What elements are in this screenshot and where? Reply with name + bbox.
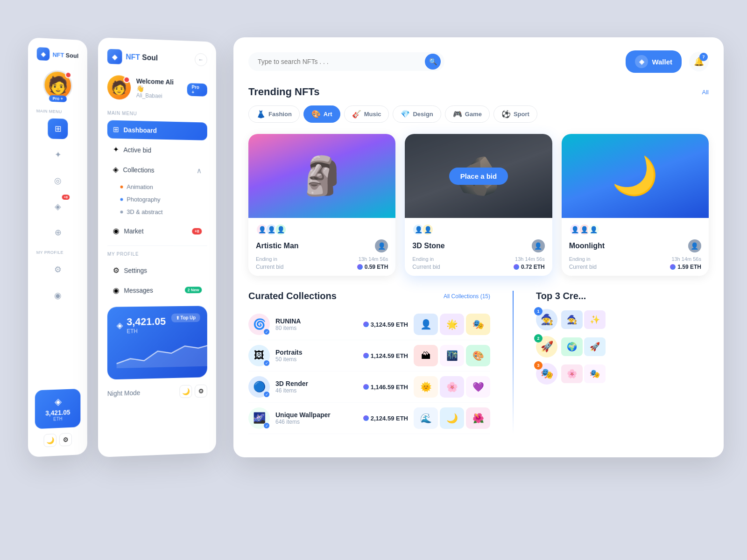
sub-label-animation: Animation <box>127 183 153 191</box>
rank-badge-3: 3 <box>534 361 543 370</box>
collection-wallpaper[interactable]: 🌌 ✓ Unique Wallpaper 646 items 2,124.59 … <box>248 403 490 434</box>
wide-night-mode-row: Night Mode 🌙 ⚙ <box>107 385 207 400</box>
nft-card-moonlight: 🌙 👤 👤 👤 Moonlight 👤 Ending in 13h 14m 56… <box>562 134 709 276</box>
narrow-nav-bid[interactable]: ✦ <box>48 144 68 165</box>
coll-thumb-w3: 🌺 <box>466 407 490 429</box>
wallet-btn-label: Wallet <box>652 58 672 66</box>
nft-card-3d-stone: 🪨 Place a bid 👤 👤 3D Stone 👤 Ending in 1 <box>405 134 552 276</box>
wide-sub-3d[interactable]: 3D & abstract <box>120 205 207 218</box>
price-dot-runina <box>363 322 369 327</box>
coll-thumbs-runina: 👤 🌟 🎭 <box>414 314 490 335</box>
narrow-moon-toggle[interactable]: 🌙 <box>44 434 56 447</box>
creator-avatars-3: 👤 👤 👤 <box>569 224 701 236</box>
search-input[interactable] <box>248 52 444 71</box>
cat-design[interactable]: 💎 Design <box>393 105 441 123</box>
wide-gear-btn[interactable]: ⚙ <box>195 385 207 398</box>
coll-thumb-3d3: 💜 <box>466 376 490 398</box>
creator-wrap-2: 🚀 2 <box>536 336 557 357</box>
narrow-settings-icon[interactable]: ⚙ <box>48 259 68 280</box>
wide-sub-photography[interactable]: Photography <box>120 193 207 206</box>
narrow-nav-market[interactable]: ◈ +8 <box>48 196 68 217</box>
bid-value-3: 1.59 ETH <box>670 264 701 270</box>
coll-thumb-r3: 🎭 <box>466 314 490 335</box>
wide-messages[interactable]: ◉ Messages 2 New <box>107 281 207 300</box>
art-label: Art <box>324 111 332 118</box>
nft-card-artistic-man: 🗿 👤 👤 👤 Artistic Man 👤 Ending in 13h 14m… <box>248 134 395 276</box>
narrow-nav-extra[interactable]: ⊕ <box>48 222 68 243</box>
verified-badge-3d: ✓ <box>263 391 270 398</box>
collection-3d-render[interactable]: 🔵 ✓ 3D Render 46 items 1,146.59 ETH 🌞 🌸 … <box>248 371 490 403</box>
cat-sport[interactable]: ⚽ Sport <box>493 105 537 123</box>
narrow-gear-toggle[interactable]: ⚙ <box>59 433 72 447</box>
notification-button[interactable]: 🔔 7 <box>689 52 709 71</box>
mini-thumb-1b: ✨ <box>584 310 606 329</box>
creator-wrap-3: 🎭 3 <box>536 363 557 385</box>
top-creator-1: 🧙 1 🧙 ✨ <box>536 309 709 330</box>
coll-thumb-3d2: 🌸 <box>440 376 464 398</box>
wide-nav-active-bid[interactable]: ✦ Active bid <box>107 140 207 160</box>
nft-name-1: Artistic Man <box>256 242 299 250</box>
coll-name-portraits: Portraits <box>275 349 303 356</box>
wide-moon-btn[interactable]: 🌙 <box>179 385 192 398</box>
bid-label-3: Current bid <box>569 264 597 270</box>
narrow-profile-icons: ⚙ ◉ <box>33 259 83 306</box>
wide-settings-label: Settings <box>124 266 147 274</box>
coll-name-wallpaper: Unique Wallpaper <box>275 411 331 419</box>
search-button[interactable]: 🔍 <box>425 54 441 70</box>
wide-nav-dashboard[interactable]: ⊞ Dashboard <box>107 120 207 140</box>
bid-value-1: 0.59 ETH <box>357 264 388 270</box>
price-dot-3d <box>363 384 369 390</box>
bid-value-2: 0.72 ETH <box>514 264 545 270</box>
bid-label-2: Current bid <box>412 264 440 270</box>
coll-avatar-portraits: 🖼 ✓ <box>248 345 270 366</box>
notif-badge: 7 <box>699 53 708 61</box>
wide-sub-animation[interactable]: Animation <box>120 181 207 194</box>
cat-game[interactable]: 🎮 Game <box>445 105 490 123</box>
place-bid-button[interactable]: Place a bid <box>449 168 508 185</box>
eth-dot-3 <box>670 264 676 270</box>
main-content: 🔍 ◈ Wallet 🔔 7 Trending NFTs All 👗 Fashi… <box>233 37 724 457</box>
coll-name-runina: RUNINA <box>275 317 301 325</box>
music-label: Music <box>364 111 381 118</box>
collection-portraits[interactable]: 🖼 ✓ Portraits 50 items 1,124.59 ETH 🏔 🌃 … <box>248 340 490 371</box>
mini-thumb-2b: 🚀 <box>584 337 606 356</box>
narrow-nav-collections[interactable]: ◎ <box>48 170 68 191</box>
coll-thumb-w1: 🌊 <box>414 407 438 429</box>
wide-logo-row: ◆ NFT Soul ← <box>107 49 207 67</box>
sub-dot-photography <box>120 198 123 201</box>
coll-avatar-runina: 🌀 ✓ <box>248 314 270 335</box>
narrow-sidebar: ◆ NFT Soul 🧑 Pro + Main Menu ⊞ ✦ ◎ ◈ +8 … <box>28 37 87 457</box>
wide-topup-btn[interactable]: ⬆ Top Up <box>171 313 200 322</box>
cat-music[interactable]: 🎸 Music <box>344 105 389 123</box>
creator-av-5: 👤 <box>422 224 434 236</box>
nft-bid-3: Current bid 1.59 ETH <box>569 264 701 270</box>
narrow-profile-icon[interactable]: ◉ <box>48 285 68 306</box>
creator-av-3: 👤 <box>275 224 287 236</box>
see-all-trending[interactable]: All <box>702 89 709 96</box>
nft-card-image-1: 🗿 <box>248 134 395 218</box>
verified-badge-wallpaper: ✓ <box>263 422 270 429</box>
wide-back-btn[interactable]: ← <box>195 53 207 66</box>
narrow-nav-dashboard[interactable]: ⊞ <box>48 118 68 139</box>
collection-runina[interactable]: 🌀 ✓ RUNINA 80 items 3,124.59 ETH 👤 🌟 🎭 <box>248 309 490 340</box>
game-icon: 🎮 <box>453 110 462 119</box>
art-figure-1: 🗿 <box>248 134 395 218</box>
sub-dot-animation <box>120 185 123 188</box>
wide-settings[interactable]: ⚙ Settings <box>107 261 207 279</box>
coll-info-3d: 3D Render 46 items <box>275 380 308 394</box>
wide-nav-market[interactable]: ◉ Market +8 <box>107 222 207 240</box>
active-bid-icon: ✦ <box>113 145 119 154</box>
verified-badge-portraits: ✓ <box>263 360 270 366</box>
all-collections-link[interactable]: All Collections (15) <box>444 293 490 300</box>
coll-thumb-p3: 🎨 <box>466 345 490 366</box>
wide-night-toggle[interactable]: 🌙 ⚙ <box>179 385 207 398</box>
nft-creator-small-3: 👤 <box>688 239 701 252</box>
cat-art[interactable]: 🎨 Art <box>303 105 340 123</box>
coll-thumb-w2: 🌙 <box>440 407 464 429</box>
wide-nav-collections[interactable]: ◈ Collections ∧ <box>107 160 207 180</box>
wide-menu-label: Main Menu <box>107 111 207 118</box>
cat-fashion[interactable]: 👗 Fashion <box>248 105 300 123</box>
wide-divider <box>107 245 207 246</box>
wide-wallet-info: 3,421.05 ETH <box>127 315 166 335</box>
wallet-button[interactable]: ◈ Wallet <box>626 50 682 73</box>
